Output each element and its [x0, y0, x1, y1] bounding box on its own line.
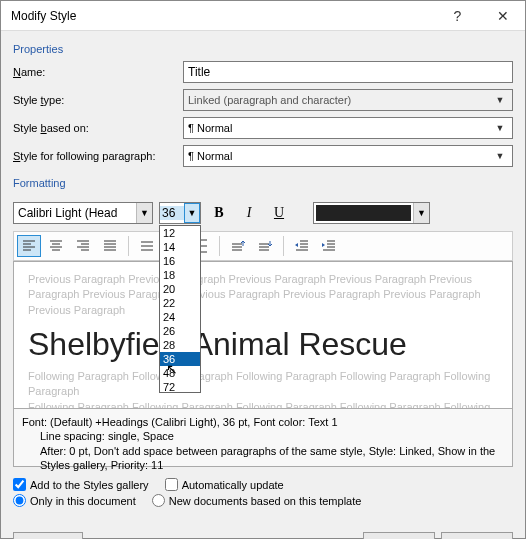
desc-line: After: 0 pt, Don't add space between par… — [22, 444, 504, 473]
align-justify-button[interactable] — [98, 235, 122, 257]
add-gallery-label: Add to the Styles gallery — [30, 479, 149, 491]
indent-dec-button[interactable] — [290, 235, 314, 257]
size-option[interactable]: 28 — [160, 338, 200, 352]
size-option[interactable]: 14 — [160, 240, 200, 254]
font-name-combo[interactable]: Calibri Light (Head ▼ — [13, 202, 153, 224]
format-button[interactable]: Format ▾ — [13, 532, 83, 539]
chevron-down-icon[interactable]: ▼ — [136, 203, 152, 223]
size-option[interactable]: 18 — [160, 268, 200, 282]
preview-following-para: Following Paragraph Following Paragraph … — [28, 369, 498, 400]
modify-style-dialog: Modify Style ? ✕ Properties Name: Style … — [0, 0, 526, 539]
size-option[interactable]: 24 — [160, 310, 200, 324]
desc-line: Font: (Default) +Headings (Calibri Light… — [22, 415, 504, 429]
preview-prev-para: Previous Paragraph Previous Paragraph Pr… — [28, 272, 498, 318]
space-before-inc-button[interactable] — [226, 235, 250, 257]
style-based-combo[interactable]: ¶ Normal ▼ — [183, 117, 513, 139]
spacing-1-button[interactable] — [135, 235, 159, 257]
size-option[interactable]: 22 — [160, 296, 200, 310]
size-option[interactable]: 20 — [160, 282, 200, 296]
new-documents-label: New documents based on this template — [169, 495, 362, 507]
titlebar: Modify Style ? ✕ — [1, 1, 525, 31]
font-size-dropdown[interactable]: 12 14 16 18 20 22 24 26 28 36 48 72 — [159, 225, 201, 393]
align-left-button[interactable] — [17, 235, 41, 257]
style-following-combo[interactable]: ¶ Normal ▼ — [183, 145, 513, 167]
dialog-footer: Format ▾ OK Cancel — [1, 522, 525, 539]
label-style-type: Style type: — [13, 94, 183, 106]
only-document-label: Only in this document — [30, 495, 136, 507]
indent-inc-button[interactable] — [317, 235, 341, 257]
space-before-dec-button[interactable] — [253, 235, 277, 257]
style-following-value: ¶ Normal — [188, 150, 232, 162]
chevron-down-icon[interactable]: ▼ — [492, 151, 508, 161]
close-button[interactable]: ✕ — [480, 1, 525, 31]
only-document-radio[interactable]: Only in this document — [13, 494, 136, 507]
chevron-down-icon[interactable]: ▼ — [413, 203, 429, 223]
align-center-button[interactable] — [44, 235, 68, 257]
preview-pane: Previous Paragraph Previous Paragraph Pr… — [13, 261, 513, 409]
dialog-title: Modify Style — [1, 9, 435, 23]
chevron-down-icon[interactable]: ▼ — [492, 123, 508, 133]
ok-button[interactable]: OK — [363, 532, 435, 539]
label-style-following: Style for following paragraph: — [13, 150, 183, 162]
chevron-down-icon[interactable]: ▼ — [184, 203, 200, 223]
cancel-button[interactable]: Cancel — [441, 532, 513, 539]
add-gallery-checkbox[interactable]: Add to the Styles gallery — [13, 478, 149, 491]
help-button[interactable]: ? — [435, 1, 480, 31]
label-name: Name: — [13, 66, 183, 78]
font-name-value: Calibri Light (Head — [14, 206, 136, 220]
style-description: Font: (Default) +Headings (Calibri Light… — [13, 409, 513, 467]
name-input[interactable] — [183, 61, 513, 83]
italic-button[interactable]: I — [237, 202, 261, 224]
preview-sample-text: Shelbyfield Animal Rescue — [28, 322, 498, 367]
auto-update-checkbox[interactable]: Automatically update — [165, 478, 284, 491]
align-right-button[interactable] — [71, 235, 95, 257]
style-type-value: Linked (paragraph and character) — [188, 94, 351, 106]
label-style-based: Style based on: — [13, 122, 183, 134]
size-option[interactable]: 12 — [160, 226, 200, 240]
desc-line: Line spacing: single, Space — [22, 429, 504, 443]
section-formatting: Formatting — [13, 177, 513, 189]
size-option[interactable]: 72 — [160, 380, 200, 394]
auto-update-label: Automatically update — [182, 479, 284, 491]
font-size-combo[interactable]: 36 ▼ 12 14 16 18 20 22 24 26 28 36 48 72… — [159, 202, 201, 224]
color-swatch — [316, 205, 411, 221]
style-based-value: ¶ Normal — [188, 122, 232, 134]
size-option[interactable]: 48 — [160, 366, 200, 380]
new-documents-radio[interactable]: New documents based on this template — [152, 494, 362, 507]
font-color-combo[interactable]: ▼ — [313, 202, 430, 224]
style-type-combo: Linked (paragraph and character) ▼ — [183, 89, 513, 111]
preview-following-para: Following Paragraph Following Paragraph … — [28, 400, 498, 409]
paragraph-toolbar — [13, 231, 513, 261]
bold-button[interactable]: B — [207, 202, 231, 224]
section-properties: Properties — [13, 43, 513, 55]
underline-button[interactable]: U — [267, 202, 291, 224]
font-size-value: 36 — [160, 206, 184, 220]
size-option[interactable]: 16 — [160, 254, 200, 268]
size-option[interactable]: 26 — [160, 324, 200, 338]
size-option-selected[interactable]: 36 — [160, 352, 200, 366]
chevron-down-icon: ▼ — [492, 95, 508, 105]
